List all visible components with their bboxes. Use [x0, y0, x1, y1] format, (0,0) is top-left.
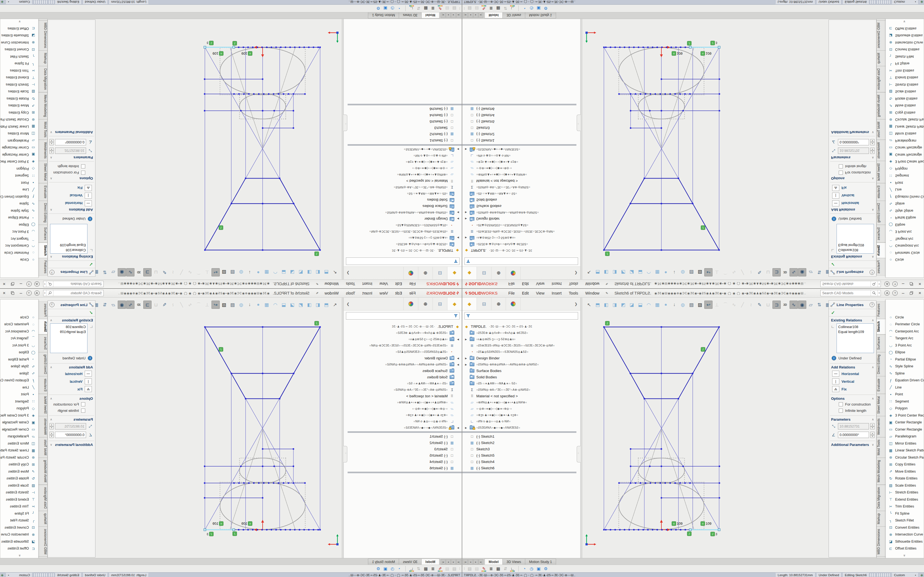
- extrude-boss-icon[interactable]: ⬒: [322, 301, 331, 309]
- menu-item-silhouette-entities[interactable]: ◪Silhouette Entities: [0, 538, 38, 545]
- menu-item-polygon[interactable]: ◇Polygon: [886, 165, 924, 172]
- sketch-point[interactable]: [661, 466, 662, 467]
- menu-item-linear-sketch-pattern[interactable]: ▦Linear Sketch Pattern: [0, 123, 38, 130]
- revolve-cut-icon[interactable]: ⬓: [636, 301, 645, 309]
- planes-eye-icon[interactable]: ▱: [109, 268, 118, 276]
- sketch-point[interactable]: [719, 79, 720, 80]
- relation-badge[interactable]: /: [605, 321, 609, 325]
- length-input[interactable]: 10.88152731: [838, 148, 869, 154]
- ok-button[interactable]: ✓: [829, 309, 876, 316]
- help-icon[interactable]: ?: [26, 281, 32, 287]
- sketch-point[interactable]: [719, 326, 720, 328]
- sketch-point[interactable]: [719, 482, 720, 484]
- add-relation-horizontal[interactable]: —Horizontal: [48, 370, 95, 377]
- tree-item-sketch3[interactable]: □Sketch3: [347, 446, 462, 452]
- points-eye-icon[interactable]: ◉: [798, 301, 806, 309]
- option-infinite-length[interactable]: Infinite length: [48, 408, 95, 414]
- command-tab-mbd-dimensions[interactable]: MBD Dimensions: [876, 20, 885, 51]
- chart-icon[interactable]: ∟: [509, 566, 516, 572]
- infinite-length-checkbox[interactable]: [81, 409, 85, 413]
- menu-item-partial-ellipse[interactable]: ◔Partial Ellipse: [886, 214, 924, 221]
- command-tab-surfaces[interactable]: Surfaces: [876, 334, 885, 352]
- sketch-point[interactable]: [630, 110, 632, 111]
- sketch-point[interactable]: [258, 482, 260, 484]
- sketch-point[interactable]: [645, 482, 646, 484]
- tab-configurationmanager[interactable]: ⊕: [418, 298, 433, 310]
- tab-featuremanager[interactable]: ◆: [447, 298, 462, 310]
- vertical-relation-icon[interactable]: |: [832, 378, 839, 384]
- search-icon[interactable]: [871, 290, 877, 296]
- length-input[interactable]: 10.88152731: [838, 423, 869, 429]
- save-icon[interactable]: ▤: [229, 268, 237, 276]
- sketch-point[interactable]: [635, 93, 636, 95]
- menu-tools[interactable]: Tools: [342, 280, 359, 288]
- three-d-views-icon[interactable]: 3D: [135, 301, 143, 309]
- relations-listbox[interactable]: Collinear108Equal length109: [837, 323, 874, 353]
- sketch-point[interactable]: [603, 326, 605, 328]
- tree-item-sensors[interactable]: ◔○Ƨ5♟◎5ƧИNӠƐ5○◦○5ӠƐNИƧ5◎♟5Ƨ○: [462, 222, 577, 228]
- command-tab-mold-tools[interactable]: Mold Tools: [39, 437, 48, 458]
- relation-badge[interactable]: /: [605, 252, 609, 256]
- sketch-point[interactable]: [719, 466, 720, 467]
- tab-nav-icon[interactable]: ▸|: [441, 12, 446, 18]
- length-spinner[interactable]: ▲▼: [871, 423, 874, 429]
- menu-item-polygon[interactable]: ◇Polygon: [886, 405, 924, 412]
- sketch-point[interactable]: [671, 47, 672, 48]
- menu-item-copy-entities[interactable]: ⊞Copy Entities: [0, 109, 38, 116]
- option-infinite-length[interactable]: Infinite length: [829, 163, 876, 169]
- menu-item-corner-rectangle[interactable]: ▭Corner Rectangle: [886, 144, 924, 152]
- curves-eye-icon[interactable]: ∿: [126, 268, 134, 276]
- list-icon[interactable]: ≣: [488, 5, 495, 12]
- tree-item-sketch6[interactable]: ▦(-) Sketch6: [347, 106, 462, 112]
- folder-check-icon[interactable]: ▣: [382, 5, 389, 12]
- panel-grab-handle[interactable]: [577, 114, 580, 131]
- option-for-construction[interactable]: For construction: [829, 169, 876, 176]
- relation-badge[interactable]: /: [315, 321, 319, 325]
- pencil-icon[interactable]: ✎: [755, 268, 764, 276]
- sketch-point[interactable]: [649, 466, 651, 467]
- tree-item-history[interactable]: ≣○Ƨ5⊕ӠƐƧ5○ИN◎◦⊕ƆCӠƐ∩ӠƐƧ5○◦○5ƧӠƐ∩ӠƐƆC⊕◦◎N…: [347, 228, 462, 235]
- sketch-point[interactable]: [263, 482, 265, 484]
- menu-item-fit-spline[interactable]: ╰Fit Spline: [886, 510, 924, 517]
- more-tools-icon[interactable]: »: [886, 20, 924, 24]
- relation-badge[interactable]: /: [219, 347, 223, 351]
- spin-down-icon[interactable]: ▼: [871, 426, 874, 430]
- menu-item-fit-spline[interactable]: ╰Fit Spline: [0, 60, 38, 67]
- sketch-point[interactable]: [262, 497, 263, 499]
- sketch-point[interactable]: [204, 497, 205, 499]
- sketch-point[interactable]: [719, 93, 720, 95]
- command-tab-mesh-modeling[interactable]: Mesh Modeling: [39, 458, 48, 485]
- sketch-point[interactable]: [661, 326, 662, 328]
- sketch-point[interactable]: [647, 47, 649, 48]
- menu-item-move-entities[interactable]: ⇗Move Entities: [0, 102, 38, 110]
- sketch-point[interactable]: [610, 529, 611, 530]
- infinite-length-checkbox[interactable]: [839, 409, 843, 413]
- tree-filter[interactable]: [346, 312, 460, 319]
- menu-item-style-spline[interactable]: ∿Style Spline: [886, 207, 924, 214]
- tab-nav-icon[interactable]: ▸: [446, 12, 451, 18]
- sketch-point[interactable]: [266, 47, 268, 48]
- sketch-point[interactable]: [279, 178, 281, 179]
- select-icon[interactable]: ↖: [585, 301, 593, 309]
- search-dropdown-icon[interactable]: ▾: [877, 281, 880, 287]
- menu-item-centerpoint-arc[interactable]: ◠Centerpoint Arc: [886, 328, 924, 335]
- panel-grab-handle[interactable]: [577, 446, 580, 463]
- pattern-icon[interactable]: ▦: [653, 268, 661, 276]
- rollback-bar[interactable]: [462, 472, 577, 473]
- menu-item-intersection-curve[interactable]: ⊗Intersection Curve: [0, 39, 38, 46]
- tree-filter[interactable]: [464, 258, 578, 265]
- sketch-point[interactable]: [685, 482, 686, 484]
- tree-item-history-folder[interactable]: ▶◔○ʌ♟◎⊕Ƨ5◦ʒ○◦○ʒ◦5Ƨ⊕◎♟ʌ○: [462, 336, 577, 342]
- menu-item-circle[interactable]: ○Circle: [0, 314, 38, 321]
- add-relation-horizontal[interactable]: —Horizontal: [829, 200, 876, 207]
- menu-window[interactable]: Window: [582, 280, 603, 288]
- sketch-point[interactable]: [294, 47, 296, 48]
- sketch-point[interactable]: [690, 93, 691, 95]
- command-tab-evaluate[interactable]: Evaluate: [876, 183, 885, 201]
- sketch-point[interactable]: [630, 448, 632, 450]
- loft-icon[interactable]: ◩: [619, 301, 627, 309]
- rollback-bar[interactable]: [347, 104, 462, 105]
- spin-down-icon[interactable]: ▼: [50, 148, 53, 151]
- spin-down-icon[interactable]: ▼: [50, 139, 53, 142]
- menu-item-line[interactable]: ╱Line: [886, 384, 924, 391]
